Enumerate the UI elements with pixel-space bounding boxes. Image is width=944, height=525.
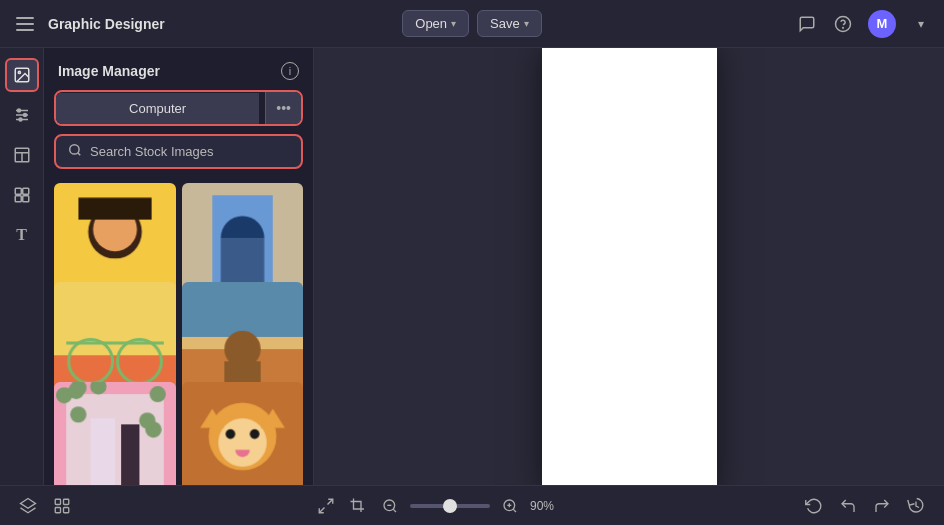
image-manager-panel: Image Manager i Computer ••• Search Stoc… — [44, 48, 314, 485]
design-canvas[interactable] — [542, 48, 717, 485]
more-button[interactable]: ••• — [265, 92, 301, 124]
avatar[interactable]: M — [868, 10, 896, 38]
svg-line-27 — [393, 509, 396, 512]
svg-point-8 — [23, 114, 26, 117]
dropdown-arrow-icon[interactable]: ▾ — [910, 13, 932, 35]
image-cell[interactable] — [182, 382, 304, 485]
layers-icon[interactable] — [16, 494, 40, 518]
svg-line-18 — [78, 153, 81, 156]
svg-rect-15 — [15, 196, 21, 202]
zoom-slider-thumb[interactable] — [443, 499, 457, 513]
svg-rect-16 — [22, 196, 28, 202]
zoom-percent: 90% — [530, 499, 562, 513]
save-chevron: ▾ — [524, 18, 529, 29]
svg-rect-21 — [64, 499, 69, 504]
svg-rect-13 — [15, 188, 21, 194]
group-tool-button[interactable] — [5, 178, 39, 212]
chat-icon[interactable] — [796, 13, 818, 35]
svg-rect-14 — [22, 188, 28, 194]
image-grid — [44, 179, 313, 485]
header-center: Open ▾ Save ▾ — [402, 10, 541, 37]
open-label: Open — [415, 16, 447, 31]
fit-screen-icon[interactable] — [314, 494, 338, 518]
zoom-slider[interactable] — [410, 504, 490, 508]
svg-point-17 — [70, 145, 79, 154]
svg-point-7 — [17, 109, 20, 112]
rotate-icon[interactable] — [802, 494, 826, 518]
panel-header: Image Manager i — [44, 48, 313, 90]
search-stock-label: Search Stock Images — [90, 144, 214, 159]
toolbar: T — [0, 48, 44, 485]
undo-icon[interactable] — [836, 494, 860, 518]
svg-rect-23 — [64, 507, 69, 512]
adjust-tool-button[interactable] — [5, 98, 39, 132]
image-tool-button[interactable] — [5, 58, 39, 92]
header-left: Graphic Designer — [12, 13, 402, 35]
redo-icon[interactable] — [870, 494, 894, 518]
svg-point-9 — [19, 118, 22, 121]
search-icon — [68, 143, 82, 160]
panel-controls: Computer ••• Search Stock Images — [44, 90, 313, 179]
header-right: M ▾ — [542, 10, 932, 38]
bottom-center: 90% — [314, 494, 562, 518]
image-cell[interactable] — [54, 382, 176, 485]
save-label: Save — [490, 16, 520, 31]
crop-icon[interactable] — [346, 494, 370, 518]
svg-marker-19 — [21, 498, 36, 508]
panel-title: Image Manager — [58, 63, 160, 79]
svg-point-3 — [18, 71, 20, 73]
bottom-bar: 90% — [0, 485, 944, 525]
zoom-slider-container[interactable] — [410, 504, 490, 508]
svg-line-25 — [319, 507, 324, 512]
panel-info-icon[interactable]: i — [281, 62, 299, 80]
main: T Image Manager i Computer ••• Search St… — [0, 48, 944, 485]
canvas-area[interactable] — [314, 48, 944, 485]
computer-button[interactable]: Computer — [56, 93, 259, 124]
layout-tool-button[interactable] — [5, 138, 39, 172]
computer-row: Computer ••• — [54, 90, 303, 126]
header: Graphic Designer Open ▾ Save ▾ M ▾ — [0, 0, 944, 48]
svg-rect-22 — [55, 507, 60, 512]
svg-rect-20 — [55, 499, 60, 504]
svg-line-30 — [513, 509, 516, 512]
svg-point-1 — [843, 27, 844, 28]
app-title: Graphic Designer — [48, 16, 165, 32]
open-chevron: ▾ — [451, 18, 456, 29]
open-button[interactable]: Open ▾ — [402, 10, 469, 37]
save-button[interactable]: Save ▾ — [477, 10, 542, 37]
search-stock-images-button[interactable]: Search Stock Images — [54, 134, 303, 169]
zoom-out-icon[interactable] — [378, 494, 402, 518]
text-tool-button[interactable]: T — [5, 218, 39, 252]
bottom-left — [16, 494, 74, 518]
zoom-in-icon[interactable] — [498, 494, 522, 518]
svg-line-24 — [328, 499, 333, 504]
help-icon[interactable] — [832, 13, 854, 35]
bottom-right — [802, 494, 928, 518]
hamburger-icon[interactable] — [12, 13, 38, 35]
grid-icon[interactable] — [50, 494, 74, 518]
history-icon[interactable] — [904, 494, 928, 518]
